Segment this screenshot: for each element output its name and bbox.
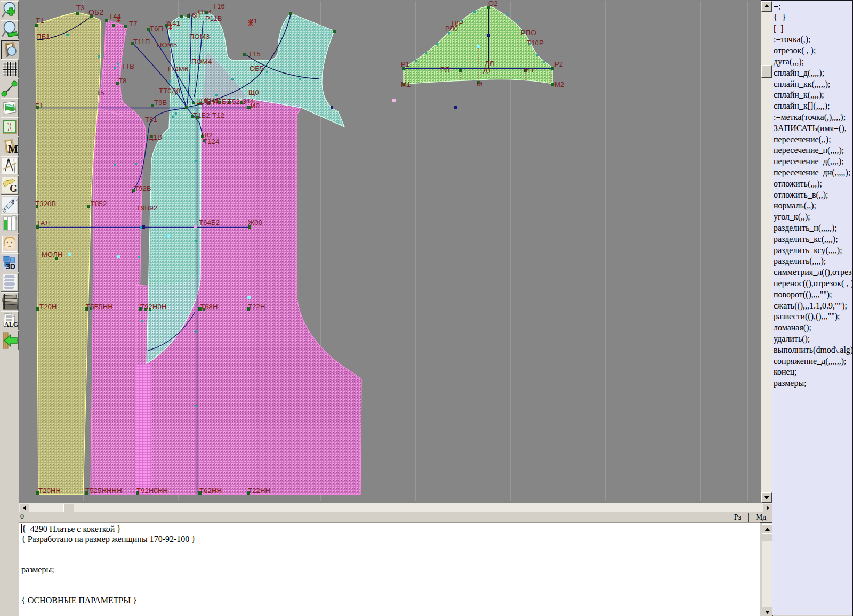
svg-text:ПОМ3: ПОМ3 <box>189 33 210 40</box>
svg-text:Т6П: Т6П <box>188 11 201 19</box>
svg-text:Т525НННН: Т525НННН <box>85 487 122 495</box>
svg-text:Т1Б2: Т1Б2 <box>193 111 210 119</box>
svg-text:Т20НН: Т20НН <box>38 487 61 495</box>
svg-text:И0: И0 <box>251 102 260 110</box>
svg-text:М2: М2 <box>554 80 564 88</box>
svg-text:Ж41: Ж41 <box>166 19 180 27</box>
svg-text:О2: О2 <box>488 0 498 7</box>
svg-text:Т15: Т15 <box>248 50 261 58</box>
svg-text:Т16: Т16 <box>213 2 225 10</box>
svg-text:Т852: Т852 <box>91 200 107 208</box>
svg-text:РЛ0: РЛ0 <box>445 25 458 33</box>
svg-text:Т124: Т124 <box>203 137 219 145</box>
svg-text:РЛ: РЛ <box>440 66 449 74</box>
svg-text:Т92Н0НН: Т92Н0НН <box>136 487 168 495</box>
svg-text:Т11П: Т11П <box>133 38 150 46</box>
svg-text:Д1: Д1 <box>483 66 492 74</box>
svg-text:Т20Н: Т20Н <box>39 303 57 311</box>
svg-text:Р11В: Р11В <box>205 14 222 22</box>
svg-text:Ц1В: Ц1В <box>148 133 162 141</box>
svg-text:Т6П: Т6П <box>150 25 163 33</box>
svg-text:8: 8 <box>12 199 14 205</box>
svg-text:Г1: Г1 <box>35 102 43 110</box>
svg-text:ПОМ6: ПОМ6 <box>168 65 188 73</box>
svg-text:Т81: Т81 <box>145 116 157 124</box>
svg-text:Т64Б2: Т64Б2 <box>199 218 220 226</box>
svg-text:ПОМ5: ПОМ5 <box>157 41 177 49</box>
svg-text:Ж00: Ж00 <box>248 218 262 226</box>
svg-text:Х1: Х1 <box>249 17 257 25</box>
svg-text:Т320В: Т320В <box>35 200 56 208</box>
svg-text:ПБ1: ПБ1 <box>36 33 50 40</box>
svg-text:ОБ2: ОБ2 <box>88 8 103 17</box>
svg-text:Т9В: Т9В <box>154 99 167 107</box>
svg-text:3D: 3D <box>6 262 15 271</box>
svg-text:Т5Б5НН: Т5Б5НН <box>86 303 113 311</box>
svg-text:ТАЛ: ТАЛ <box>36 219 50 227</box>
svg-text:Т1: Т1 <box>36 17 44 25</box>
svg-text:Т5: Т5 <box>96 89 104 97</box>
svg-text:Т3: Т3 <box>76 4 85 12</box>
svg-text:Р2: Р2 <box>554 60 563 68</box>
svg-text:Т44: Т44 <box>109 12 121 20</box>
svg-text:М: М <box>477 80 482 88</box>
svg-text:ОБ5: ОБ5 <box>250 64 263 72</box>
svg-text:ТТВ: ТТВ <box>121 62 134 70</box>
svg-text:РПО: РПО <box>521 29 536 37</box>
svg-text:ТТ0Д0: ТТ0Д0 <box>159 87 180 95</box>
svg-text:M: M <box>8 143 18 155</box>
svg-text:РП: РП <box>524 66 533 74</box>
svg-text:Р1: Р1 <box>401 60 409 68</box>
svg-text:Т12: Т12 <box>212 111 224 119</box>
svg-text:ALG: ALG <box>4 321 18 328</box>
svg-text:ПОМ4: ПОМ4 <box>191 58 212 66</box>
svg-text:М1: М1 <box>401 80 411 88</box>
svg-text:Т68Н: Т68Н <box>200 303 218 311</box>
svg-text:Т10Р: Т10Р <box>527 39 544 47</box>
svg-text:Т92Н0Н: Т92Н0Н <box>140 303 167 311</box>
svg-text:Т62НН: Т62НН <box>199 487 222 495</box>
svg-text:Т9В92: Т9В92 <box>136 204 157 212</box>
svg-text:7: 7 <box>3 208 5 213</box>
svg-text:Щ0: Щ0 <box>248 88 259 96</box>
svg-text:Т8: Т8 <box>118 77 127 85</box>
svg-text:Т7: Т7 <box>129 20 138 28</box>
svg-text:МОЛН: МОЛН <box>42 250 63 258</box>
svg-text:G: G <box>10 183 17 194</box>
svg-text:Т92В: Т92В <box>134 184 151 192</box>
svg-text:Т22НН: Т22НН <box>248 487 270 495</box>
svg-text:Т22Н: Т22Н <box>248 303 265 311</box>
